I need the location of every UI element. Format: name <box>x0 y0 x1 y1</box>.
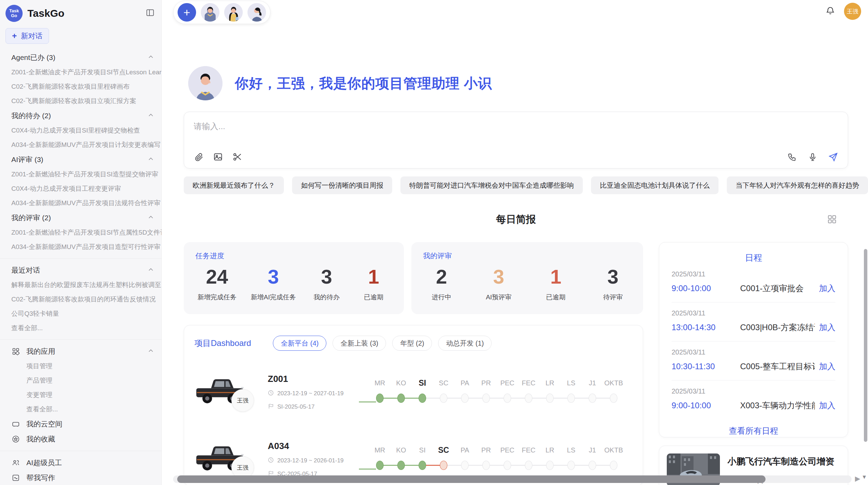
dashboard-tab[interactable]: 年型 (2) <box>392 336 432 351</box>
app-sub-item[interactable]: 变更管理 <box>0 388 161 402</box>
join-meeting-link[interactable]: 加入 <box>819 283 835 294</box>
milestone-node[interactable]: FEC <box>518 445 539 474</box>
chevron-up-icon[interactable] <box>147 111 155 121</box>
recent-chat-item[interactable]: C02-飞腾新能源轻客改款项目的闭环通告反馈情况 <box>0 292 161 307</box>
milestone-node[interactable]: SI <box>412 378 433 407</box>
sidebar-task-item[interactable]: A034-全新新能源MUV产品开发项目造型可行性评审 <box>0 240 161 254</box>
sidebar-task-item[interactable]: C02-飞腾新能源轻客改款项目里程碑画布 <box>0 79 161 94</box>
milestone-node[interactable]: FEC <box>518 378 539 407</box>
milestone-node[interactable]: KO <box>390 445 412 474</box>
milestone-node[interactable]: PEC <box>497 445 518 474</box>
horizontal-scrollbar[interactable] <box>173 475 852 483</box>
milestone-dot <box>504 461 511 470</box>
notification-bell-icon[interactable] <box>825 6 835 17</box>
milestone-node[interactable]: PR <box>475 445 497 474</box>
suggestion-chip[interactable]: 特朗普可能对进口汽车增税会对中国车企造成哪些影响 <box>400 176 583 194</box>
new-chat-button[interactable]: + 新对话 <box>5 28 49 44</box>
project-row[interactable]: 王强Z0012023-12-19 ~ 2027-01-19SI-2025-05-… <box>194 366 632 418</box>
milestone-node[interactable]: MR <box>369 378 390 407</box>
milestone-node[interactable]: SI <box>412 445 433 474</box>
app-sub-item[interactable]: 项目管理 <box>0 359 161 373</box>
sidebar-task-item[interactable]: Z001-全新燃油皮卡产品开发项目SI节点Lesson Learn报告 <box>0 65 161 79</box>
milestone-node[interactable]: SC <box>433 378 454 407</box>
join-meeting-link[interactable]: 加入 <box>819 322 835 333</box>
sidebar-section-0[interactable]: Agent已办 (3) <box>0 50 161 65</box>
phone-icon[interactable] <box>787 152 797 162</box>
sidebar-item-write-helper[interactable]: 帮我写作 <box>0 470 161 485</box>
attachment-icon[interactable] <box>194 152 204 162</box>
milestone-node[interactable]: LS <box>560 445 582 474</box>
chat-input[interactable] <box>184 112 848 152</box>
milestone-node[interactable]: KO <box>390 378 412 407</box>
sidebar-task-item[interactable]: Z001-全新燃油轻卡产品开发项目SI造型提交物评审 <box>0 167 161 182</box>
chevron-up-icon[interactable] <box>147 266 155 275</box>
layout-grid-icon[interactable] <box>827 214 837 226</box>
suggestion-chip[interactable]: 当下年轻人对汽车外观有怎样的喜好趋势 <box>727 176 868 194</box>
milestone-node[interactable]: PA <box>454 378 475 407</box>
dashboard-tab[interactable]: 全新上装 (3) <box>333 336 386 351</box>
app-sub-item[interactable]: 产品管理 <box>0 373 161 388</box>
milestone-node[interactable]: J1 <box>582 445 603 474</box>
milestone-node[interactable]: SC <box>433 445 454 474</box>
agent-avatar-3[interactable] <box>248 3 266 22</box>
recent-chat-item[interactable]: 公司Q3轻卡销量 <box>0 307 161 321</box>
milestone-node[interactable]: PA <box>454 445 475 474</box>
chevron-up-icon[interactable] <box>147 53 155 62</box>
milestone-node[interactable]: PEC <box>497 378 518 407</box>
sidebar-task-item[interactable]: A034-全新新能源MUV产品开发项目计划变更表编写 <box>0 138 161 152</box>
dashboard-tab[interactable]: 动总开发 (1) <box>438 336 492 351</box>
sidebar-task-item[interactable]: C02-飞腾新能源轻客改款项目立项汇报方案 <box>0 94 161 108</box>
milestone-node[interactable]: OKTB <box>603 445 624 474</box>
sidebar-recent-chats[interactable]: 最近对话 <box>0 263 161 278</box>
vertical-scrollbar-thumb[interactable] <box>864 249 867 442</box>
chevron-up-icon[interactable] <box>147 155 155 164</box>
collapse-sidebar-icon[interactable] <box>146 8 155 18</box>
suggestion-chip[interactable]: 比亚迪全固态电池计划具体说了什么 <box>591 176 719 194</box>
milestone-node[interactable]: MR <box>369 445 390 474</box>
sidebar-section-2[interactable]: AI评审 (3) <box>0 152 161 167</box>
send-icon[interactable] <box>828 152 838 162</box>
scroll-right-arrow-icon[interactable]: ▶ <box>855 474 860 483</box>
milestone-node[interactable]: LR <box>539 378 560 407</box>
scroll-down-arrow-icon[interactable]: ▼ <box>861 474 867 480</box>
agent-avatar-2[interactable] <box>224 3 243 22</box>
milestone-node[interactable]: OKTB <box>603 378 624 407</box>
suggestion-chip[interactable]: 欧洲新规最近颁布了什么？ <box>184 176 284 194</box>
image-icon[interactable] <box>213 152 223 162</box>
suggestion-chip[interactable]: 如何写一份清晰的项目周报 <box>292 176 392 194</box>
milestone-node[interactable]: J1 <box>582 378 603 407</box>
sidebar-item-my-apps[interactable]: 我的应用 <box>0 344 161 359</box>
sidebar-task-item[interactable]: Z001-全新燃油轻卡产品开发项目SI节点属性5D文件评审 <box>0 225 161 240</box>
user-avatar[interactable]: 王强 <box>844 3 861 20</box>
sidebar-section-1[interactable]: 我的待办 (2) <box>0 108 161 123</box>
join-meeting-link[interactable]: 加入 <box>819 400 835 411</box>
sidebar-task-item[interactable]: A034-全新新能源MUV产品开发项目法规符合性评审 <box>0 196 161 210</box>
sidebar-item-star-badge[interactable]: 我的收藏 <box>0 432 161 447</box>
recent-chat-item[interactable]: 解释最新出台的欧盟报废车法规再生塑料比例被调至15%... <box>0 278 161 292</box>
join-meeting-link[interactable]: 加入 <box>819 361 835 372</box>
milestone-node[interactable]: PR <box>475 378 497 407</box>
agent-avatar-1[interactable] <box>201 3 219 22</box>
sidebar-task-item[interactable]: C0X4-动力总成开发项目工程变更评审 <box>0 182 161 196</box>
schedule-card: 日程 2025/03/119:00-10:00C001-立项审批会加入2025/… <box>659 242 848 437</box>
milestone-node[interactable]: LS <box>560 378 582 407</box>
sidebar-task-item[interactable]: C0X4-动力总成开发项目SI里程碑提交物检查 <box>0 123 161 138</box>
sidebar-item-cloud-drive[interactable]: 我的云空间 <box>0 416 161 432</box>
sidebar-item-ai-staff[interactable]: AI超级员工 <box>0 455 161 470</box>
project-dashboard-card: 项目Dashboard 全新平台 (4)全新上装 (3)年型 (2)动总开发 (… <box>184 325 643 485</box>
scissors-icon[interactable] <box>232 152 242 162</box>
add-agent-button[interactable]: + <box>178 3 196 22</box>
sidebar-section-3[interactable]: 我的评审 (2) <box>0 210 161 225</box>
horizontal-scrollbar-thumb[interactable] <box>177 475 765 483</box>
microphone-icon[interactable] <box>807 152 818 162</box>
brief-columns: 任务进度24新增完成任务3新增AI完成任务3我的待办1已逾期我的评审2进行中3A… <box>184 242 848 485</box>
recent-chat-item[interactable]: 查看全部... <box>0 321 161 335</box>
view-all-schedule-link[interactable]: 查看所有日程 <box>672 425 835 436</box>
chevron-up-icon[interactable] <box>147 347 155 356</box>
chevron-up-icon[interactable] <box>147 213 155 223</box>
dashboard-tab[interactable]: 全新平台 (4) <box>273 336 326 351</box>
stat-item: 3AI预评审 <box>482 265 515 302</box>
milestone-dot-wrap <box>497 393 518 407</box>
app-sub-item[interactable]: 查看全部... <box>0 402 161 416</box>
milestone-node[interactable]: LR <box>539 445 560 474</box>
